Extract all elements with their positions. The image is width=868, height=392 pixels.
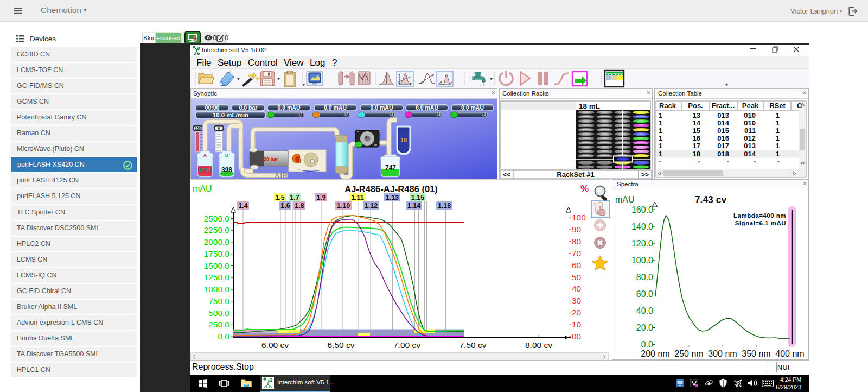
svg-text:C: C (797, 102, 802, 110)
svg-text:400 nm: 400 nm (775, 349, 804, 358)
svg-text:AJ-R486-AJ-R486 (01): AJ-R486-AJ-R486 (01) (344, 184, 438, 194)
svg-text:Signal=6.1 mAU: Signal=6.1 mAU (735, 220, 786, 226)
svg-text:00:00: 00:00 (205, 104, 220, 111)
svg-text:-: - (777, 157, 780, 166)
svg-text:Lambda=400 nm: Lambda=400 nm (733, 212, 786, 219)
svg-text:-: - (727, 157, 729, 166)
svg-text:A: A (203, 153, 207, 158)
svg-text:0.0 mAU: 0.0 mAU (370, 104, 393, 111)
svg-text:20.0: 20.0 (636, 323, 653, 332)
svg-text:1.14: 1.14 (407, 202, 420, 210)
svg-text:014: 014 (744, 150, 756, 158)
svg-text:60: 60 (572, 261, 582, 270)
svg-text:10: 10 (572, 320, 582, 329)
svg-text:18: 18 (693, 150, 700, 158)
svg-text:010: 010 (744, 119, 756, 127)
svg-text:1: 1 (659, 150, 662, 158)
svg-text:13: 13 (693, 111, 700, 119)
svg-text:10.0 mL/min: 10.0 mL/min (213, 112, 248, 118)
svg-text:7.43 cv: 7.43 cv (695, 194, 727, 205)
svg-text:8.00 cv: 8.00 cv (525, 340, 552, 350)
svg-text:1.18: 1.18 (438, 202, 451, 210)
svg-text:747: 747 (385, 164, 396, 172)
svg-text:18: 18 (400, 137, 407, 143)
svg-text:500.0: 500.0 (208, 308, 229, 318)
svg-text:>>: >> (641, 171, 649, 179)
svg-text:30: 30 (572, 296, 582, 305)
svg-text:4: 4 (438, 113, 441, 117)
svg-text:0.0 bar: 0.0 bar (239, 104, 258, 111)
svg-text:6.50 cv: 6.50 cv (328, 340, 355, 350)
svg-text:50: 50 (572, 273, 582, 282)
svg-text:016: 016 (717, 134, 729, 142)
svg-text:200 nm: 200 nm (641, 349, 669, 358)
svg-text:AIR: AIR (275, 172, 288, 179)
svg-text:20 bar: 20 bar (264, 156, 278, 162)
svg-text:90: 90 (572, 225, 582, 234)
svg-text:1250.0: 1250.0 (204, 273, 230, 282)
svg-text:014: 014 (717, 119, 729, 127)
svg-text:1500.0: 1500.0 (204, 261, 230, 270)
svg-text:4: 4 (484, 113, 486, 117)
svg-text:RackSet #1: RackSet #1 (557, 170, 594, 179)
svg-text:012: 012 (744, 134, 756, 142)
svg-text:<<: << (503, 171, 510, 179)
svg-text:1.13: 1.13 (386, 194, 399, 201)
svg-text:7.50 cv: 7.50 cv (459, 340, 487, 350)
svg-text:1: 1 (776, 134, 780, 142)
svg-text:%: % (580, 184, 589, 194)
svg-text:250 nm: 250 nm (674, 349, 703, 358)
svg-text:300 nm: 300 nm (708, 349, 737, 358)
svg-text:Rack: Rack (659, 102, 676, 110)
svg-text:17: 17 (693, 142, 700, 150)
svg-text:1.7: 1.7 (290, 194, 299, 201)
svg-text:0.0: 0.0 (641, 340, 653, 349)
svg-text:70: 70 (572, 249, 582, 258)
svg-text:1.12: 1.12 (365, 202, 378, 210)
svg-text:1000.0: 1000.0 (204, 284, 230, 294)
svg-text:100: 100 (195, 127, 201, 130)
svg-text:mAU: mAU (193, 184, 212, 193)
svg-text:1750.0: 1750.0 (204, 249, 230, 258)
svg-text:Fract...: Fract... (712, 102, 735, 110)
svg-text:1.15: 1.15 (411, 194, 424, 201)
svg-text:2250.0: 2250.0 (204, 225, 230, 235)
svg-text:140.0: 140.0 (631, 222, 653, 231)
svg-text:1: 1 (776, 142, 780, 150)
svg-text:00: 00 (572, 332, 582, 341)
svg-text:18 mL: 18 mL (579, 102, 600, 110)
svg-text:1: 1 (659, 127, 662, 135)
svg-text:100: 100 (572, 213, 586, 222)
svg-text:60.0: 60.0 (636, 289, 653, 299)
svg-text:RSet: RSet (769, 102, 786, 110)
svg-text:1.10: 1.10 (337, 202, 350, 210)
svg-text:16: 16 (693, 134, 700, 142)
svg-text:017: 017 (717, 142, 729, 150)
svg-text:0.0 mAU: 0.0 mAU (461, 104, 484, 111)
svg-text:40: 40 (572, 284, 582, 293)
svg-text:120.0: 120.0 (631, 239, 653, 248)
svg-text:1: 1 (776, 150, 780, 158)
svg-text:1: 1 (659, 119, 662, 127)
svg-text:0.0 mAU: 0.0 mAU (416, 104, 438, 111)
svg-text:1: 1 (659, 111, 662, 119)
svg-text:Pos.: Pos. (688, 102, 703, 110)
svg-text:1.6: 1.6 (280, 202, 290, 210)
svg-text:80: 80 (572, 237, 582, 246)
svg-text:15: 15 (693, 127, 700, 135)
svg-text:1.8: 1.8 (295, 202, 304, 210)
svg-text:0.0: 0.0 (218, 332, 229, 341)
svg-text:1.4: 1.4 (238, 202, 247, 210)
svg-text:1: 1 (659, 134, 662, 142)
svg-text:013: 013 (717, 111, 729, 119)
svg-text:160.0: 160.0 (631, 205, 653, 214)
svg-text:6.00 cv: 6.00 cv (261, 340, 289, 350)
svg-text:013: 013 (744, 142, 756, 150)
svg-text:-: - (698, 157, 700, 166)
svg-text:0: 0 (346, 113, 348, 117)
svg-text:1.11: 1.11 (351, 194, 364, 201)
svg-text:250.0: 250.0 (208, 320, 229, 329)
svg-text:0: 0 (218, 127, 220, 130)
svg-text:2500.0: 2500.0 (204, 214, 230, 223)
svg-text:1: 1 (659, 142, 662, 150)
